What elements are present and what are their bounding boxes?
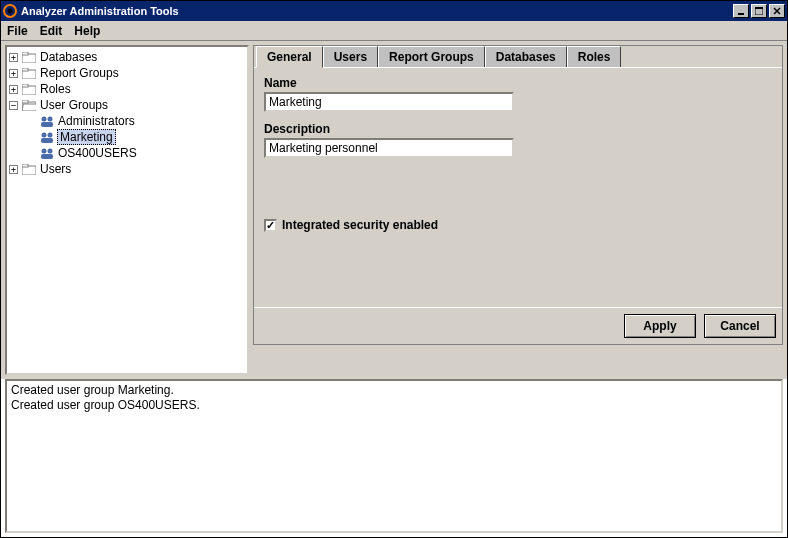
svg-rect-12 [22, 84, 28, 87]
tab-container: General Users Report Groups Databases Ro… [253, 45, 783, 345]
window-title: Analyzer Administration Tools [21, 5, 731, 17]
log-line: Created user group OS400USERS. [11, 398, 777, 413]
user-group-icon [40, 131, 54, 143]
cancel-button[interactable]: Cancel [704, 314, 776, 338]
menu-edit[interactable]: Edit [40, 24, 63, 38]
tree-item-administrators[interactable]: Administrators [27, 113, 245, 129]
description-label: Description [264, 122, 772, 136]
tree-label: Users [39, 162, 72, 176]
tree-item-os400users[interactable]: OS400USERS [27, 145, 245, 161]
folder-icon [22, 51, 36, 63]
tree-item-report-groups[interactable]: + Report Groups [9, 65, 245, 81]
tab-content-general: Name Marketing Description Marketing per… [254, 67, 782, 307]
name-input[interactable]: Marketing [264, 92, 514, 112]
tab-databases[interactable]: Databases [485, 46, 567, 68]
tree-item-user-groups[interactable]: − User Groups [9, 97, 245, 113]
svg-point-22 [42, 149, 47, 154]
expand-icon[interactable]: + [9, 53, 18, 62]
svg-point-19 [42, 133, 47, 138]
collapse-icon[interactable]: − [9, 101, 18, 110]
svg-rect-15 [22, 104, 36, 111]
name-value: Marketing [269, 95, 322, 109]
user-group-icon [40, 115, 54, 127]
menu-help[interactable]: Help [74, 24, 100, 38]
name-label: Name [264, 76, 772, 90]
tab-roles[interactable]: Roles [567, 46, 622, 68]
integrated-security-label: Integrated security enabled [282, 218, 438, 232]
tree-label-selected: Marketing [57, 129, 116, 145]
svg-rect-26 [22, 164, 28, 167]
menubar: File Edit Help [1, 21, 787, 41]
tab-report-groups[interactable]: Report Groups [378, 46, 485, 68]
svg-point-23 [48, 149, 53, 154]
svg-point-17 [48, 117, 53, 122]
folder-icon [22, 83, 36, 95]
log-line: Created user group Marketing. [11, 383, 777, 398]
svg-point-1 [8, 9, 13, 14]
spacer [27, 133, 36, 142]
folder-open-icon [22, 99, 36, 111]
svg-point-16 [42, 117, 47, 122]
tree-label: Roles [39, 82, 72, 96]
svg-rect-21 [41, 138, 53, 143]
svg-rect-4 [755, 7, 763, 9]
expand-icon[interactable]: + [9, 69, 18, 78]
tab-strip: General Users Report Groups Databases Ro… [254, 46, 782, 68]
minimize-button[interactable] [733, 4, 749, 18]
tree-label: Report Groups [39, 66, 120, 80]
app-icon [3, 4, 17, 18]
titlebar[interactable]: Analyzer Administration Tools [1, 1, 787, 21]
svg-rect-24 [41, 154, 53, 159]
maximize-button[interactable] [751, 4, 767, 18]
expand-icon[interactable]: + [9, 85, 18, 94]
svg-rect-8 [22, 52, 28, 55]
spacer [27, 117, 36, 126]
spacer [27, 149, 36, 158]
integrated-security-checkbox[interactable] [264, 219, 277, 232]
svg-rect-10 [22, 68, 28, 71]
tree-item-marketing[interactable]: Marketing [27, 129, 245, 145]
description-value: Marketing personnel [269, 141, 378, 155]
user-group-icon [40, 147, 54, 159]
tree-label: Databases [39, 50, 98, 64]
svg-rect-2 [738, 13, 744, 15]
tree-item-roles[interactable]: + Roles [9, 81, 245, 97]
tab-users[interactable]: Users [323, 46, 378, 68]
svg-point-20 [48, 133, 53, 138]
tree-panel[interactable]: + Databases + Report Groups [5, 45, 249, 375]
folder-icon [22, 163, 36, 175]
tree-item-users[interactable]: + Users [9, 161, 245, 177]
apply-button[interactable]: Apply [624, 314, 696, 338]
tab-general[interactable]: General [256, 46, 323, 68]
folder-icon [22, 67, 36, 79]
tree-item-databases[interactable]: + Databases [9, 49, 245, 65]
content-area: + Databases + Report Groups [1, 41, 787, 379]
expand-icon[interactable]: + [9, 165, 18, 174]
menu-file[interactable]: File [7, 24, 28, 38]
tree-label: User Groups [39, 98, 109, 112]
tree-label: OS400USERS [57, 146, 138, 160]
close-button[interactable] [769, 4, 785, 18]
svg-rect-14 [22, 100, 28, 103]
log-panel[interactable]: Created user group Marketing. Created us… [5, 379, 783, 533]
description-input[interactable]: Marketing personnel [264, 138, 514, 158]
svg-rect-18 [41, 122, 53, 127]
tree-label: Administrators [57, 114, 136, 128]
button-row: Apply Cancel [254, 307, 782, 344]
